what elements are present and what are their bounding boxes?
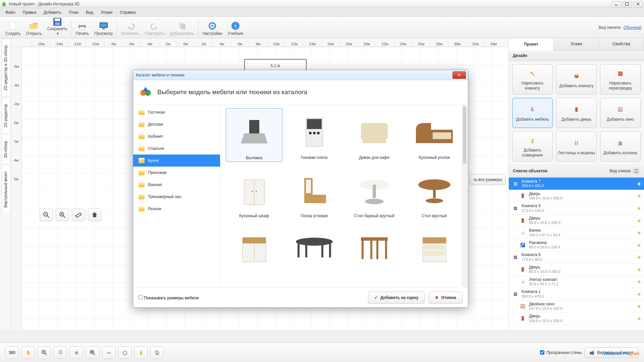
select-rect-icon[interactable]: ▭	[102, 346, 115, 359]
visibility-toggle-icon[interactable]: ◉	[637, 292, 641, 296]
category-Кухня[interactable]: Кухня	[133, 155, 220, 167]
transparent-walls-checkbox[interactable]: Прозрачные стены	[540, 350, 582, 355]
visibility-toggle-icon[interactable]: ◉	[637, 230, 641, 235]
tb-settings[interactable]: Настройки	[200, 18, 225, 37]
menu-plan[interactable]: План	[65, 9, 82, 16]
object-row[interactable]: 🚽Унитаз компакт35.6 x 56.5 x 71.2◉	[509, 276, 644, 288]
zoom-out-icon[interactable]	[38, 346, 51, 359]
dbtn-add-door[interactable]: 🚪Добавить дверь	[556, 98, 597, 128]
item-grid[interactable]: ВытяжкаГазовая плитаДиван для кафеКухонн…	[220, 104, 468, 275]
category-Прихожая[interactable]: Прихожая	[133, 167, 220, 179]
dbtn-add-window[interactable]: 🪟Добавить окно	[600, 98, 641, 128]
lasso-icon[interactable]: ◯	[118, 346, 131, 359]
visibility-toggle-icon[interactable]: ◉	[637, 267, 641, 272]
object-row[interactable]: 🚪Дверь100.0 x 15.0 x 200.0◉	[509, 312, 644, 325]
object-list[interactable]: ▧Комната 7283.0 x 431.0◉🚪Дверь100.0 x 15…	[509, 177, 644, 330]
item-card[interactable]: Вытяжка	[226, 108, 282, 162]
object-row[interactable]: ▧Комната 7283.0 x 431.0◉	[509, 178, 644, 190]
menu-file[interactable]: Файл	[2, 9, 19, 16]
menu-edit[interactable]: Правка	[19, 9, 40, 16]
show-all-sizes-button[interactable]: ть все размеры	[470, 174, 506, 185]
dbtn-add-light[interactable]: 💡Добавить освещение	[512, 131, 553, 162]
zoom-out-button[interactable]	[40, 208, 53, 221]
category-Ванная[interactable]: Ванная	[133, 179, 220, 191]
dbtn-add-room[interactable]: 📦Добавить комнату	[556, 64, 597, 95]
object-row[interactable]: ▧Комната 6173.0 x 88.0◉	[509, 251, 644, 263]
light-icon[interactable]: 💡	[134, 346, 148, 359]
dialog-titlebar[interactable]: Каталог мебели и техники ✕	[133, 70, 468, 80]
visibility-toggle-icon[interactable]: ◉	[637, 206, 641, 210]
scrollbar-thumb[interactable]	[463, 107, 466, 164]
menu-add[interactable]: Добавить	[40, 9, 65, 16]
tb-open[interactable]: Открыть	[23, 18, 45, 37]
vtab-2d[interactable]: 2D-редактор	[2, 98, 9, 134]
object-row[interactable]: 🚪Дверь80.0 x 15.0 x 200.0◉	[509, 263, 644, 276]
menu-help[interactable]: Справка	[116, 9, 139, 16]
item-card[interactable]: Газовая плита	[286, 108, 342, 162]
item-card[interactable]: Стол барный круглый	[346, 167, 402, 220]
visibility-toggle-icon[interactable]: ◉	[637, 279, 641, 284]
minimize-button[interactable]	[612, 1, 621, 7]
home-icon[interactable]: 🏠	[150, 346, 164, 359]
info-icon[interactable]: ⓘ	[54, 346, 67, 359]
category-Детская[interactable]: Детская	[133, 118, 220, 130]
dialog-close-button[interactable]: ✕	[452, 71, 466, 79]
object-row[interactable]: ▧Комната 5173.0 x 133.0◉	[509, 202, 644, 215]
cancel-button[interactable]: ✖Отмена	[429, 292, 463, 304]
category-Спальня[interactable]: Спальня	[133, 142, 220, 155]
tb-redo[interactable]: Повторить	[142, 18, 167, 37]
object-row[interactable]: 🚪Дверь80.0 x 15.0 x 200.0◉	[509, 215, 644, 227]
vtab-3d[interactable]: 3D-обзор	[2, 134, 9, 164]
object-row[interactable]: 🚰Раковина60.0 x 50.0 x 108.4◉	[509, 239, 644, 251]
item-card[interactable]: Кухонный шкаф	[226, 167, 282, 220]
item-card[interactable]: Диван для кафе	[346, 108, 402, 162]
dbtn-stairs[interactable]: 🪜Лестницы и вырезы	[556, 131, 597, 162]
item-card[interactable]	[286, 224, 342, 270]
visibility-toggle-icon[interactable]: ◉	[637, 181, 641, 186]
dbtn-draw-room[interactable]: ✏️Нарисовать комнату	[512, 64, 553, 95]
item-card[interactable]: Кухонный уголок	[406, 108, 463, 162]
dbtn-add-furniture[interactable]: 🪑Добавить мебель	[512, 98, 553, 128]
item-card[interactable]: Стол круглый	[406, 167, 463, 220]
home-button[interactable]	[88, 208, 101, 221]
maximize-button[interactable]	[623, 1, 632, 7]
pan-icon[interactable]: ✋	[21, 346, 35, 359]
tb-tutor[interactable]: ?Учебник	[225, 18, 246, 37]
menu-floors[interactable]: Этажи	[97, 9, 116, 16]
category-list[interactable]: ГостинаяДетскаяКабинетСпальняКухняПрихож…	[133, 104, 220, 287]
target-icon[interactable]: ◎	[70, 346, 83, 359]
vtab-virtual[interactable]: Виртуальный визит	[2, 165, 9, 214]
tab-project[interactable]: Проект	[509, 39, 554, 51]
scrollbar[interactable]	[462, 105, 467, 287]
tab-floors[interactable]: Этажи	[554, 38, 599, 50]
tb-undo[interactable]: Отменить	[118, 18, 142, 37]
visibility-toggle-icon[interactable]: ◉	[637, 304, 641, 309]
category-Разное[interactable]: Разное	[133, 203, 220, 215]
tab-properties[interactable]: Свойства	[599, 38, 644, 50]
tb-duplicate[interactable]: Дублировать	[167, 18, 197, 37]
vtab-2d3d[interactable]: 2D-редактор и 3D-обзор	[2, 39, 9, 97]
tb-create[interactable]: Создать	[3, 18, 23, 37]
object-row[interactable]: 🚪Дверь100.0 x 15.0 x 200.0◉	[509, 190, 644, 202]
menu-view[interactable]: Вид	[83, 9, 97, 16]
add-to-scene-button[interactable]: ✔Добавить на сцену	[368, 292, 425, 304]
panel-type-value[interactable]: Обычный	[624, 25, 641, 30]
item-card[interactable]	[226, 224, 282, 270]
item-card[interactable]	[346, 224, 402, 270]
visibility-toggle-icon[interactable]: ◉	[637, 193, 641, 198]
measure-button[interactable]	[72, 208, 85, 221]
category-Гостиная[interactable]: Гостиная	[133, 106, 220, 118]
visibility-toggle-icon[interactable]: ◉	[637, 316, 641, 321]
tb-save[interactable]: Сохранить▾	[45, 18, 70, 37]
tb-preview[interactable]: Просмотр	[92, 18, 115, 37]
show-sizes-checkbox[interactable]: Показывать размеры мебели	[139, 295, 199, 300]
visibility-toggle-icon[interactable]: ◉	[637, 243, 641, 247]
object-row[interactable]: ▧Комната 1300.0 x 470.0◉	[509, 288, 644, 300]
list-view-toggle-icon[interactable]	[633, 168, 640, 174]
orbit-360-icon[interactable]: 360	[5, 346, 19, 359]
close-button[interactable]	[633, 1, 643, 7]
visibility-toggle-icon[interactable]: ◉	[637, 218, 641, 223]
zoom-in-button[interactable]	[56, 208, 69, 221]
item-card[interactable]	[406, 224, 463, 270]
object-row[interactable]: 🛁Ванна154.2 x 67.5 x 50.4◉	[509, 227, 644, 239]
